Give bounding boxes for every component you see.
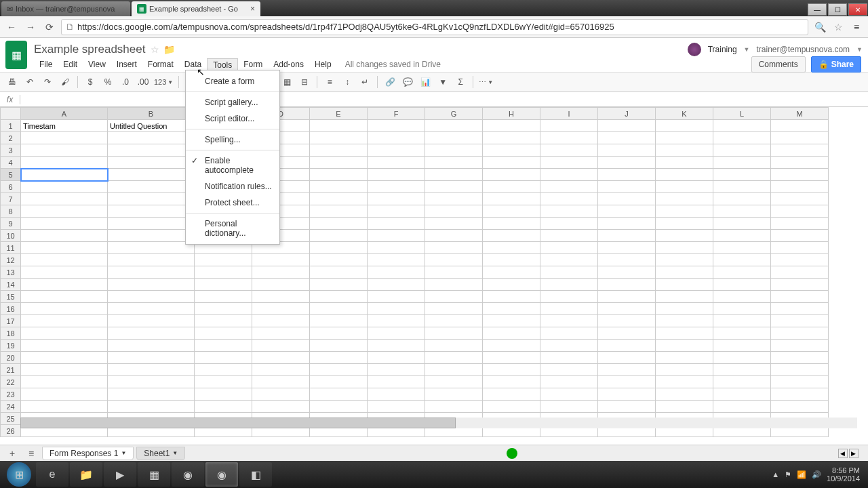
cell[interactable]: [195, 291, 252, 303]
cell[interactable]: [540, 242, 598, 254]
menu-form[interactable]: Form: [238, 58, 268, 70]
cell[interactable]: [540, 144, 598, 157]
cell[interactable]: [771, 364, 829, 376]
undo-icon[interactable]: ↶: [22, 75, 38, 89]
user-dropdown-icon[interactable]: ▼: [744, 46, 750, 53]
close-tab-icon[interactable]: ×: [250, 4, 255, 14]
row-header[interactable]: 10: [1, 230, 21, 242]
cell[interactable]: [656, 401, 713, 413]
menu-help[interactable]: Help: [309, 58, 337, 70]
cell[interactable]: [540, 169, 598, 181]
cell[interactable]: [425, 376, 483, 388]
cell[interactable]: [771, 340, 829, 352]
cell[interactable]: [483, 303, 540, 315]
redo-icon[interactable]: ↷: [39, 75, 56, 89]
cell[interactable]: [310, 364, 368, 376]
forward-button[interactable]: →: [23, 20, 38, 35]
row-header[interactable]: 6: [1, 181, 21, 193]
cell[interactable]: [368, 218, 425, 230]
cell[interactable]: [310, 169, 368, 181]
cell[interactable]: [771, 205, 829, 218]
chrome-active-icon[interactable]: ◉: [205, 462, 238, 487]
filter-icon[interactable]: ▼: [435, 75, 451, 89]
cell[interactable]: [483, 340, 540, 352]
cell[interactable]: [598, 315, 656, 327]
network-icon[interactable]: 📶: [797, 470, 806, 479]
cell[interactable]: [21, 132, 108, 144]
merge-cells-icon[interactable]: ⊟: [296, 75, 313, 89]
cell[interactable]: [310, 279, 368, 291]
row-header[interactable]: 23: [1, 388, 21, 401]
cell[interactable]: [713, 340, 771, 352]
menu-file[interactable]: File: [34, 58, 58, 70]
browser-tab-active[interactable]: ▦ Example spreadsheet - Go ×: [132, 1, 260, 16]
cell[interactable]: [598, 242, 656, 254]
cell[interactable]: [656, 315, 713, 327]
protect-sheet-item[interactable]: Protect sheet...: [186, 195, 279, 211]
cell[interactable]: [540, 254, 598, 266]
cell[interactable]: [771, 315, 829, 327]
column-header[interactable]: M: [771, 108, 829, 120]
column-header[interactable]: K: [656, 108, 713, 120]
script-editor-item[interactable]: Script editor...: [186, 110, 279, 127]
menu-view[interactable]: View: [83, 58, 111, 70]
all-sheets-button[interactable]: ≡: [23, 447, 39, 460]
cell[interactable]: [771, 169, 829, 181]
cell[interactable]: [310, 388, 368, 401]
system-tray[interactable]: ▲ ⚑ 📶 🔊 8:56 PM 10/9/2014: [772, 466, 865, 483]
cell[interactable]: [598, 376, 656, 388]
cell[interactable]: [483, 157, 540, 169]
column-header[interactable]: E: [310, 108, 368, 120]
cell[interactable]: [195, 364, 252, 376]
cell[interactable]: [108, 315, 195, 327]
cell[interactable]: [425, 401, 483, 413]
cell[interactable]: [598, 218, 656, 230]
row-header[interactable]: 2: [1, 132, 21, 144]
cell[interactable]: [656, 254, 713, 266]
cell[interactable]: [713, 376, 771, 388]
cell[interactable]: [21, 315, 108, 327]
cell[interactable]: [21, 218, 108, 230]
cell[interactable]: [540, 376, 598, 388]
browser-tab-inactive[interactable]: ✉ Inbox — trainer@tempusnova: [1, 1, 130, 16]
cell[interactable]: [771, 242, 829, 254]
cell[interactable]: [713, 205, 771, 218]
cell[interactable]: [21, 157, 108, 169]
cell[interactable]: [252, 401, 310, 413]
cell[interactable]: [771, 193, 829, 205]
cell[interactable]: [483, 376, 540, 388]
comment-icon[interactable]: 💬: [399, 75, 416, 89]
link-icon[interactable]: 🔗: [382, 75, 398, 89]
cell[interactable]: [598, 266, 656, 279]
cell[interactable]: [368, 230, 425, 242]
cell[interactable]: [310, 303, 368, 315]
row-header[interactable]: 4: [1, 157, 21, 169]
cell[interactable]: [540, 364, 598, 376]
cell[interactable]: [108, 254, 195, 266]
row-header[interactable]: 14: [1, 279, 21, 291]
cell[interactable]: [310, 218, 368, 230]
number-format-dropdown[interactable]: 123▼: [153, 78, 174, 86]
cell[interactable]: [598, 327, 656, 340]
menu-tools[interactable]: Tools: [207, 58, 238, 71]
cell[interactable]: [483, 144, 540, 157]
cell[interactable]: [483, 279, 540, 291]
create-form-item[interactable]: Create a form: [186, 73, 279, 89]
functions-icon[interactable]: Σ: [452, 75, 469, 89]
cell[interactable]: [21, 327, 108, 340]
user-avatar[interactable]: [688, 43, 701, 56]
cell[interactable]: [540, 193, 598, 205]
cell[interactable]: [368, 401, 425, 413]
cell[interactable]: [21, 266, 108, 279]
borders-icon[interactable]: ▦: [279, 75, 295, 89]
cell[interactable]: [252, 376, 310, 388]
cell[interactable]: [656, 218, 713, 230]
cell[interactable]: [252, 266, 310, 279]
cell[interactable]: [598, 132, 656, 144]
cell[interactable]: [771, 266, 829, 279]
cell[interactable]: [771, 157, 829, 169]
cell[interactable]: [368, 352, 425, 364]
cell[interactable]: [425, 181, 483, 193]
cell[interactable]: [656, 230, 713, 242]
cell[interactable]: [252, 327, 310, 340]
